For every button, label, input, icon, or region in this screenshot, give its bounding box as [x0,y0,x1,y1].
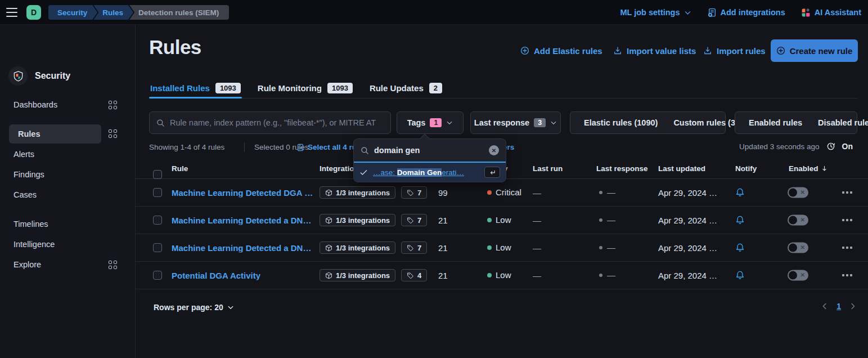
column-header-rule[interactable]: Rule [172,164,188,173]
sidebar-item-alerts[interactable]: Alerts [5,145,131,163]
sidebar-item-rules[interactable]: Rules [9,124,101,144]
space-avatar[interactable]: D [26,5,41,20]
sidebar-app-title: Security [35,71,70,81]
table-row: Potential DGA Activity 1/3 integrations … [136,262,868,289]
tag-option-selected[interactable]: …ase: Domain Generati… [354,163,506,182]
sidebar-item-cases[interactable]: Cases [5,186,131,204]
ml-job-settings-button[interactable]: ML job settings [620,8,691,17]
last-updated-value: Apr 29, 2024 … [658,243,717,253]
breadcrumb: Security Rules Detection rules (SIEM) [48,5,229,20]
enabled-toggle[interactable]: ✕ [788,243,808,253]
column-header-last-response[interactable]: Last response [596,164,648,173]
row-actions-button[interactable] [842,219,852,221]
rule-name-link[interactable]: Machine Learning Detected DGA ac… [172,188,313,198]
sidebar-item-label: Alerts [14,150,34,159]
row-actions-button[interactable] [842,274,852,276]
column-header-enabled[interactable]: Enabled [789,164,828,173]
disabled-rules-filter-button[interactable]: Disabled rules [818,118,868,127]
refresh-clock-icon[interactable] [826,142,835,151]
severity-label: Low [496,215,511,225]
tags-count-label: 4 [417,271,421,280]
rule-name-link[interactable]: Potential DGA Activity [172,271,260,280]
clear-search-icon[interactable]: ✕ [489,145,499,155]
tags-badge[interactable]: 7 [401,186,427,199]
page-number-1[interactable]: 1 [836,302,841,311]
tab-installed-rules[interactable]: Installed Rules 1093 [149,78,242,98]
tags-badge[interactable]: 7 [401,241,427,254]
integrations-label: 1/3 integrations [336,271,390,280]
column-header-last-run[interactable]: Last run [533,164,563,173]
breadcrumb-rules[interactable]: Rules [93,5,133,20]
tag-search-input[interactable] [374,146,484,155]
severity-label: Low [496,270,511,280]
tab-rule-updates[interactable]: Rule Updates 2 [368,78,443,98]
custom-rules-filter-button[interactable]: Custom rules (3) [673,118,737,127]
integrations-badge[interactable]: 1/3 integrations [320,214,395,226]
sidebar-item-intelligence[interactable]: Intelligence [5,235,131,253]
last-updated-value: Apr 29, 2024 … [658,188,717,198]
rule-name-link[interactable]: Machine Learning Detected a DNS … [172,243,313,253]
top-navigation-bar: D Security Rules Detection rules (SIEM) … [0,0,868,25]
ai-assistant-button[interactable]: AI Assistant [801,8,861,17]
row-checkbox[interactable] [153,271,162,280]
chevron-down-icon [227,304,234,311]
sidebar-item-explore[interactable]: Explore [5,256,131,274]
sidebar-item-timelines[interactable]: Timelines [5,215,131,233]
last-response-filter-button[interactable]: Last response 3 [470,111,561,134]
integrations-badge[interactable]: 1/3 integrations [320,186,395,199]
rule-search-input[interactable] [170,118,384,127]
next-page-icon[interactable] [849,302,857,310]
severity-dot [487,190,492,195]
tag-icon [407,189,414,196]
create-new-rule-label: Create new rule [790,46,853,56]
column-header-notify[interactable]: Notify [735,164,757,173]
row-actions-button[interactable] [842,247,852,249]
rule-name-link[interactable]: Machine Learning Detected a DNS … [172,216,313,225]
plus-circle-icon [776,46,785,55]
rows-per-page-selector[interactable]: Rows per page: 20 [154,303,234,312]
tags-badge[interactable]: 7 [401,214,427,226]
integrations-label: 1/3 integrations [336,244,390,252]
row-checkbox[interactable] [153,243,162,252]
last-run-value: — [533,188,541,198]
add-elastic-rules-button[interactable]: Add Elastic rules [520,39,602,62]
enabled-rules-filter-button[interactable]: Enabled rules [749,118,802,127]
elastic-rules-filter-button[interactable]: Elastic rules (1090) [584,118,658,127]
enabled-toggle[interactable]: ✕ [788,215,808,226]
integrations-badge[interactable]: 1/3 integrations [320,269,395,281]
add-integrations-button[interactable]: Add integrations [707,8,785,17]
tab-count-badge: 2 [429,83,442,93]
row-actions-button[interactable] [842,191,852,194]
enabled-toggle[interactable]: ✕ [788,270,808,281]
enabled-toggle[interactable]: ✕ [788,187,808,198]
tags-badge[interactable]: 4 [401,269,427,281]
tab-rule-monitoring[interactable]: Rule Monitoring 1093 [257,78,354,98]
breadcrumb-security[interactable]: Security [48,5,97,20]
security-shield-icon [8,66,28,86]
last-response-value: — [607,270,615,280]
tags-count-label: 7 [417,189,421,197]
notify-bell-icon[interactable] [735,216,745,225]
integrations-badge[interactable]: 1/3 integrations [320,241,395,254]
menu-icon[interactable] [6,7,18,18]
sidebar-item-dashboards[interactable]: Dashboards [5,96,131,114]
sidebar: Security Dashboards Rules Alerts Finding… [0,25,136,358]
notify-bell-icon[interactable] [735,188,745,198]
row-checkbox[interactable] [153,188,162,197]
tags-filter-button[interactable]: Tags 1 [397,111,464,134]
import-rules-button[interactable]: Import rules [703,39,766,62]
sidebar-item-label: Findings [14,170,44,179]
create-new-rule-button[interactable]: Create new rule [771,39,858,62]
row-checkbox[interactable] [153,216,162,225]
notify-bell-icon[interactable] [735,243,745,253]
previous-page-icon[interactable] [821,302,829,310]
notify-bell-icon[interactable] [735,271,745,280]
select-all-checkbox[interactable] [153,170,162,179]
refresh-status: Updated 3 seconds ago On [739,142,853,151]
auto-refresh-toggle[interactable]: On [842,142,853,151]
sidebar-item-findings[interactable]: Findings [5,165,131,184]
response-dot [599,246,602,249]
last-response-value: — [607,187,615,197]
column-header-last-updated[interactable]: Last updated [658,164,705,173]
import-value-lists-button[interactable]: Import value lists [613,39,696,62]
